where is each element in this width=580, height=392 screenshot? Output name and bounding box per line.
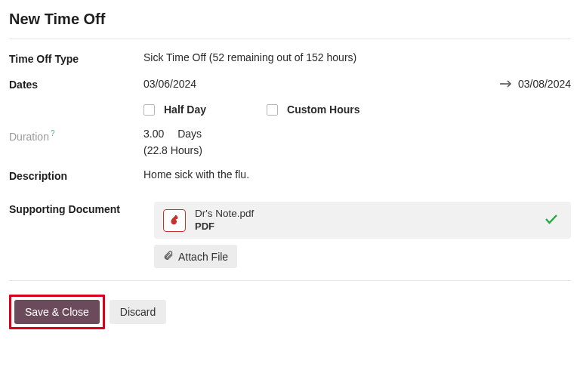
help-icon[interactable]: ? — [51, 129, 55, 137]
label-time-off-type: Time Off Type — [9, 51, 143, 65]
file-type: PDF — [195, 221, 536, 233]
start-date-field[interactable]: 03/06/2024 — [143, 78, 196, 90]
description-field[interactable]: Home sick with the flu. — [143, 168, 571, 181]
paperclip-icon — [163, 250, 174, 263]
time-off-type-value[interactable]: Sick Time Off (52 remaining out of 152 h… — [143, 51, 571, 63]
label-supporting-document: Supporting Document — [9, 202, 154, 215]
label-description: Description — [9, 168, 143, 182]
save-button-highlight: Save & Close — [9, 295, 105, 329]
label-dates: Dates — [9, 77, 143, 91]
attach-file-label: Attach File — [178, 251, 228, 263]
save-and-close-button[interactable]: Save & Close — [14, 300, 100, 324]
half-day-label: Half Day — [164, 103, 206, 116]
attach-file-button[interactable]: Attach File — [154, 245, 237, 268]
arrow-right-icon — [500, 77, 512, 90]
file-attachment[interactable]: Dr's Note.pdf PDF — [154, 202, 571, 239]
duration-value: 3.00 — [143, 128, 164, 140]
duration-unit: Days — [177, 128, 202, 140]
checkbox-icon — [267, 104, 278, 116]
page-title: New Time Off — [9, 6, 571, 39]
custom-hours-checkbox[interactable]: Custom Hours — [267, 103, 359, 116]
half-day-checkbox[interactable]: Half Day — [143, 103, 206, 116]
checkbox-icon — [143, 104, 155, 116]
check-icon — [545, 214, 557, 227]
custom-hours-label: Custom Hours — [287, 103, 359, 116]
file-name: Dr's Note.pdf — [195, 208, 536, 221]
label-duration: Duration? — [9, 128, 143, 143]
end-date-field[interactable]: 03/08/2024 — [518, 78, 571, 90]
discard-button[interactable]: Discard — [110, 300, 166, 324]
duration-hours: (22.8 Hours) — [143, 144, 571, 156]
pdf-icon — [163, 209, 186, 232]
